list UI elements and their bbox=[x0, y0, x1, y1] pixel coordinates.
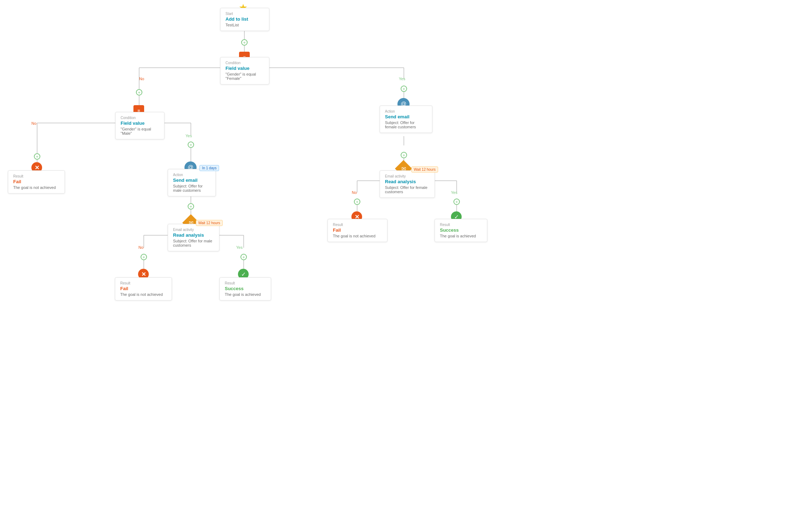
action-female-node[interactable]: Action Send email Subject: Offer for fem… bbox=[380, 106, 432, 133]
result-fail2-node[interactable]: Result Fail The goal is not achieved bbox=[115, 277, 172, 300]
condition1-type: Condition bbox=[225, 61, 264, 65]
email-activity-male-sub: Subject: Offer for male customers bbox=[173, 239, 214, 247]
wait-badge-male: Wait 12 hours bbox=[196, 220, 223, 226]
email-activity-male-type: Email activity bbox=[173, 228, 214, 232]
add-connector-2[interactable]: + bbox=[136, 89, 142, 96]
result-fail3-node[interactable]: Result Fail The goal is not achieved bbox=[328, 219, 387, 242]
add-connector-5[interactable]: + bbox=[188, 203, 194, 210]
email-activity-female-type: Email activity bbox=[385, 174, 430, 178]
result-fail3-sub: The goal is not achieved bbox=[333, 234, 382, 238]
result-success2-sub: The goal is achieved bbox=[440, 234, 482, 238]
email-male-no-label: No bbox=[138, 245, 143, 250]
condition1-sub: "Gender" is equal "Female" bbox=[225, 72, 264, 81]
result-fail1-sub: The goal is not achieved bbox=[13, 185, 60, 190]
email-activity-male-node[interactable]: Email activity Read analysis Subject: Of… bbox=[168, 224, 219, 251]
result-fail2-title: Fail bbox=[120, 286, 167, 291]
add-connector-8[interactable]: + bbox=[401, 86, 407, 92]
add-connector-1[interactable]: + bbox=[241, 39, 248, 46]
add-connector-10[interactable]: + bbox=[354, 199, 360, 205]
condition2-sub: "Gender" is equal "Male" bbox=[121, 127, 159, 135]
add-connector-3[interactable]: + bbox=[34, 153, 40, 160]
result-fail2-type: Result bbox=[120, 281, 167, 285]
condition1-yes-label: Yes bbox=[399, 77, 405, 81]
action-male-title: Send email bbox=[173, 178, 210, 183]
condition2-yes-label: Yes bbox=[186, 134, 192, 138]
start-node-sub: TestList bbox=[225, 23, 264, 27]
action-female-sub: Subject: Offer for female customers bbox=[385, 120, 427, 129]
action-male-node[interactable]: Action Send email Subject: Offer for mal… bbox=[168, 169, 216, 196]
result-fail3-title: Fail bbox=[333, 227, 382, 233]
result-fail1-title: Fail bbox=[13, 179, 60, 184]
start-node[interactable]: Start Add to list TestList bbox=[220, 8, 269, 31]
result-success1-node[interactable]: Result Success The goal is achieved bbox=[219, 277, 271, 300]
result-success1-type: Result bbox=[225, 281, 266, 285]
result-success1-sub: The goal is achieved bbox=[225, 292, 266, 297]
action-female-title: Send email bbox=[385, 114, 427, 119]
add-connector-11[interactable]: + bbox=[453, 199, 460, 205]
action-male-sub: Subject: Offer for male customers bbox=[173, 184, 210, 192]
email-male-yes-label: Yes bbox=[236, 245, 243, 250]
condition2-title: Field value bbox=[121, 120, 159, 126]
condition2-type: Condition bbox=[121, 116, 159, 120]
condition1-title: Field value bbox=[225, 66, 264, 71]
condition2-node[interactable]: Condition Field value "Gender" is equal … bbox=[115, 112, 164, 139]
action-female-type: Action bbox=[385, 109, 427, 113]
result-success1-title: Success bbox=[225, 286, 266, 291]
result-fail1-node[interactable]: Result Fail The goal is not achieved bbox=[8, 170, 65, 194]
in-days-badge: In 1 days bbox=[199, 165, 219, 171]
start-node-title: Add to list bbox=[225, 16, 264, 22]
email-female-yes-label: Yes bbox=[451, 190, 457, 195]
email-activity-male-title: Read analysis bbox=[173, 232, 214, 238]
condition2-no-label: No bbox=[31, 121, 36, 125]
action-male-type: Action bbox=[173, 173, 210, 177]
result-fail3-type: Result bbox=[333, 223, 382, 227]
result-fail2-sub: The goal is not achieved bbox=[120, 292, 167, 297]
email-activity-female-title: Read analysis bbox=[385, 179, 430, 184]
result-success2-node[interactable]: Result Success The goal is achieved bbox=[435, 219, 487, 242]
add-connector-9[interactable]: + bbox=[401, 152, 407, 158]
add-connector-4[interactable]: + bbox=[188, 142, 194, 148]
workflow-canvas: ★ Start Add to list TestList + ≡ Conditi… bbox=[0, 0, 812, 509]
add-connector-6[interactable]: + bbox=[141, 254, 147, 260]
result-fail1-type: Result bbox=[13, 174, 60, 178]
email-activity-female-sub: Subject: Offer for female customers bbox=[385, 185, 430, 194]
result-success2-type: Result bbox=[440, 223, 482, 227]
wait-badge-female: Wait 12 hours bbox=[411, 166, 438, 173]
condition1-node[interactable]: Condition Field value "Gender" is equal … bbox=[220, 57, 269, 84]
result-success2-title: Success bbox=[440, 227, 482, 233]
email-activity-female-node[interactable]: Email activity Read analysis Subject: Of… bbox=[380, 170, 435, 198]
condition1-no-label: No bbox=[139, 77, 144, 81]
start-node-type: Start bbox=[225, 12, 264, 16]
email-female-no-label: No bbox=[352, 190, 357, 195]
add-connector-7[interactable]: + bbox=[240, 254, 247, 260]
